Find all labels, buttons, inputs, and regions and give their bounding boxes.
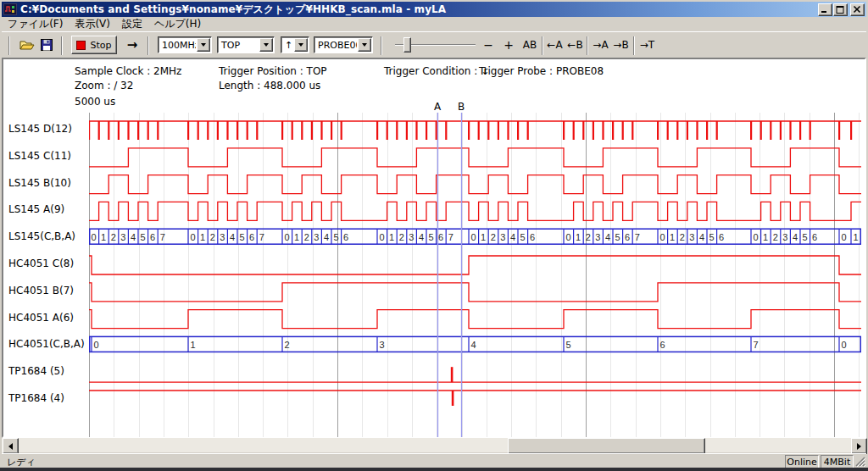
arrow-left-icon (8, 443, 13, 450)
svg-text:4: 4 (131, 232, 136, 242)
svg-text:0: 0 (92, 232, 97, 242)
svg-text:2: 2 (773, 232, 778, 242)
svg-text:0: 0 (566, 232, 571, 242)
run-button[interactable]: → (121, 36, 143, 54)
sample-clock-value: 100MHz (159, 40, 196, 51)
channel-label: HC4051 B(7) (8, 285, 90, 298)
minimize-icon (821, 6, 830, 14)
svg-text:1: 1 (576, 232, 581, 242)
maximize-button[interactable] (833, 3, 848, 16)
resize-grip[interactable] (854, 456, 865, 467)
svg-text:3: 3 (409, 232, 414, 242)
arrow-right-icon (857, 443, 861, 450)
chevron-down-icon (298, 43, 303, 47)
channel-label: LS145(C,B,A) (8, 230, 90, 244)
cursor-a-label: A (434, 101, 441, 113)
svg-text:2: 2 (586, 232, 591, 242)
goto-trigger-button[interactable]: →T (637, 36, 657, 54)
goto-a-label: ←A (547, 39, 562, 51)
svg-text:6: 6 (530, 232, 535, 242)
save-button[interactable] (38, 36, 55, 54)
goto-cursor-a-button[interactable]: ←A (545, 36, 565, 54)
zoom-in-button[interactable]: + (500, 36, 517, 54)
open-file-button[interactable] (17, 36, 37, 54)
svg-text:5: 5 (334, 232, 339, 242)
horizontal-scrollbar[interactable] (2, 438, 866, 452)
svg-text:4: 4 (324, 232, 329, 242)
trigger-position-value: TOP (218, 40, 259, 51)
info-trigger-position: Trigger Position : TOP (219, 65, 327, 77)
svg-text:6: 6 (719, 232, 724, 242)
zoom-out-label: − (483, 38, 493, 52)
set-cursor-a-button[interactable]: →A (591, 36, 610, 54)
probe-value: PROBE00 (314, 40, 357, 51)
menu-settings[interactable]: 設定 (116, 16, 148, 32)
zoom-out-button[interactable]: − (480, 36, 497, 54)
menu-view[interactable]: 表示(V) (69, 16, 116, 32)
svg-text:2: 2 (210, 232, 215, 242)
scroll-left-button[interactable] (3, 438, 19, 454)
svg-text:4: 4 (419, 232, 424, 242)
channel-label: TP1684 (5) (8, 365, 90, 379)
channel-label: HC4051 C(8) (8, 258, 90, 271)
goto-cursor-b-button[interactable]: ←B (565, 36, 585, 54)
set-b-label: →B (613, 39, 628, 51)
dropdown-button[interactable] (259, 38, 273, 52)
status-memory: 4MBit (821, 455, 854, 468)
zoom-ab-button[interactable]: AB (520, 36, 540, 54)
info-length: Length : 488.000 us (219, 80, 320, 91)
probe-select[interactable]: PROBE00 (314, 36, 373, 53)
menu-help[interactable]: ヘルプ(H) (148, 16, 207, 32)
scrollbar-thumb[interactable] (508, 438, 705, 454)
toolbar-separator (147, 36, 149, 55)
svg-text:0: 0 (471, 232, 476, 242)
app-window: { "window": {"title": "C:¥Documents and … (0, 0, 868, 471)
svg-text:5: 5 (709, 232, 715, 242)
dropdown-button[interactable] (358, 38, 371, 52)
online-label: Online (787, 457, 816, 468)
channel-label: LS145 C(11) (8, 150, 90, 163)
svg-text:1: 1 (294, 232, 299, 242)
channel-label: HC4051(C,B,A) (8, 338, 90, 352)
zoom-slider[interactable] (395, 36, 476, 54)
dropdown-button[interactable] (294, 38, 308, 52)
svg-text:2: 2 (304, 232, 309, 242)
channel-label: LS145 D(12) (8, 123, 90, 136)
svg-text:1: 1 (200, 232, 205, 242)
svg-text:3: 3 (595, 232, 600, 242)
svg-text:4: 4 (605, 232, 610, 242)
svg-text:0: 0 (842, 340, 847, 350)
waveform-plot[interactable]: 0123456701234567012345601234567012345601… (89, 113, 861, 437)
svg-text:0: 0 (380, 232, 385, 242)
svg-text:7: 7 (448, 232, 453, 242)
svg-text:5: 5 (141, 232, 146, 242)
trigger-edge-select[interactable]: ↑ (281, 36, 309, 53)
svg-text:7: 7 (754, 340, 759, 350)
stop-label: Stop (90, 40, 111, 51)
dropdown-button[interactable] (197, 38, 210, 52)
svg-text:2: 2 (680, 232, 685, 242)
svg-text:7: 7 (635, 232, 640, 242)
menu-file[interactable]: ファイル(F) (2, 16, 69, 32)
svg-text:5: 5 (240, 232, 245, 242)
time-scale-label: 5000 us (75, 96, 115, 108)
close-button[interactable] (850, 3, 865, 16)
toolbar: Stop → 100MHz TOP ↑ PROBE00 − + AB ←A ←B… (2, 31, 866, 58)
waveform-panel: Sample Clock : 2MHz Trigger Position : T… (2, 58, 866, 438)
trigger-position-select[interactable]: TOP (217, 36, 275, 53)
svg-text:6: 6 (150, 232, 155, 242)
slider-handle[interactable] (403, 37, 411, 53)
title-bar: C:¥Documents and Settings¥noname¥デスクトップ¥… (2, 2, 866, 17)
info-sample-clock: Sample Clock : 2MHz (75, 65, 181, 77)
sample-clock-select[interactable]: 100MHz (158, 36, 212, 53)
svg-text:1: 1 (763, 232, 768, 242)
stop-square-icon (76, 41, 86, 50)
svg-text:6: 6 (249, 232, 254, 242)
stop-button[interactable]: Stop (71, 36, 117, 54)
minimize-button[interactable] (818, 3, 832, 16)
svg-text:7: 7 (259, 232, 264, 242)
scroll-right-button[interactable] (851, 438, 867, 454)
set-cursor-b-button[interactable]: →B (611, 36, 631, 54)
svg-text:2: 2 (285, 340, 290, 350)
waveform-svg: 0123456701234567012345601234567012345601… (89, 113, 861, 437)
